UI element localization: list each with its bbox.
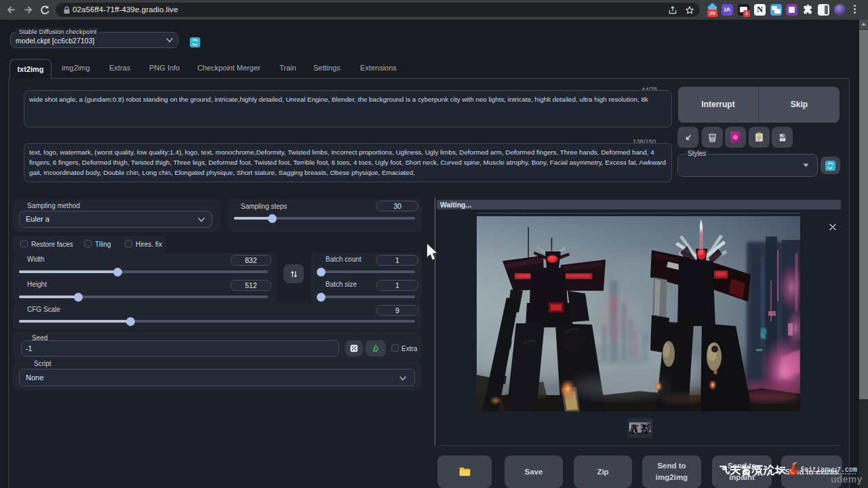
svg-text:feitianwu7.com: feitianwu7.com — [800, 466, 857, 474]
